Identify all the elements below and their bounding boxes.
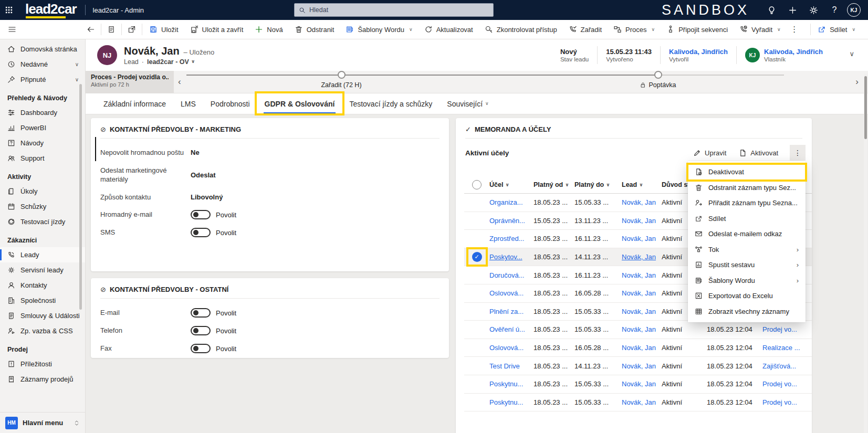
menu-item-share[interactable]: Sdílet [688, 211, 806, 227]
field-value[interactable]: Odeslat [191, 171, 216, 179]
form-notes-button[interactable] [102, 20, 120, 39]
tab-testovac-j-zdy-a-sch-zky[interactable]: Testovací jízdy a schůzky [342, 93, 440, 114]
cell-lead[interactable]: Novák, Jan [622, 198, 662, 206]
app-launcher-waffle-icon[interactable] [0, 0, 18, 20]
edit-button[interactable]: Upravit [688, 146, 731, 160]
process-scroll-right-chevron[interactable]: › [855, 77, 859, 86]
toggle-control[interactable]: Povolit [191, 228, 236, 237]
toggle-switch[interactable] [191, 228, 211, 237]
process-stage-label[interactable]: Zařadit (72 H) [321, 81, 361, 89]
table-row[interactable]: Ověření ú...18.05.23 ...15.05.33 ...Nová… [464, 321, 812, 339]
sidebar-item-guides[interactable]: Návody [0, 135, 85, 151]
cell-ucel[interactable]: Organiza... [489, 198, 534, 206]
sidebar-item-sales-records[interactable]: Záznamy prodejů [0, 372, 85, 387]
table-row[interactable]: Poskytnu...18.05.23 ...15.05.33 ...Novák… [464, 375, 812, 394]
command-check-access[interactable]: Zkontrolovat přístup [479, 20, 563, 39]
cell-lead[interactable]: Novák, Jan [622, 398, 662, 406]
help-button[interactable]: ? [824, 0, 845, 20]
field-value[interactable]: Ne [191, 149, 200, 156]
sidebar-item-support[interactable]: Support [0, 151, 85, 166]
menu-item-word-templates[interactable]: Šablony Wordu› [688, 273, 806, 289]
settings-gear-button[interactable] [803, 0, 824, 20]
menu-item-show-all[interactable]: Zobrazit všechny záznamy [688, 304, 806, 320]
menu-item-deactivate[interactable]: Deaktivovat [688, 164, 806, 180]
brand-logo[interactable]: lead2car [25, 2, 77, 18]
command-word-templates[interactable]: Šablony Wordu∨ [340, 20, 418, 39]
command-enqueue[interactable]: Zařadit [563, 20, 608, 39]
cell-lead[interactable]: Novák, Jan [622, 235, 662, 242]
cell-ucel[interactable]: Poskytnu... [489, 398, 534, 406]
toggle-control[interactable]: Povolit [191, 308, 236, 318]
table-row[interactable]: Oslovová...18.05.23 ...16.05.28 ...Novák… [464, 339, 812, 357]
sidebar-item-feedback[interactable]: Zp. vazba & CSS [0, 323, 85, 339]
command-save-close[interactable]: Uložit a zavřít [184, 20, 249, 39]
sidebar-item-leads[interactable]: Leady [0, 247, 85, 262]
commandbar-overflow-button[interactable]: ⋮ [787, 25, 802, 34]
subgrid-more-commands-button[interactable]: ⋮ [790, 145, 806, 161]
sidebar-item-dashboards[interactable]: Dashboardy [0, 105, 85, 120]
search-input[interactable] [309, 6, 489, 14]
cell-lead[interactable]: Novák, Jan [622, 362, 662, 370]
sidebar-item-recent[interactable]: Nedávné∨ [0, 57, 85, 72]
user-avatar[interactable]: KJ [847, 3, 861, 17]
toggle-switch[interactable] [191, 308, 211, 318]
sidebar-item-powerbi[interactable]: PowerBI [0, 120, 85, 135]
cell-ucel[interactable]: Poskytnu... [489, 380, 534, 388]
cell-ucel[interactable]: Oprávněn... [489, 217, 534, 225]
toggle-switch[interactable] [191, 344, 211, 353]
command-delete[interactable]: Odstranit [289, 20, 340, 39]
cell-ucel[interactable]: Doručová... [489, 271, 534, 279]
row-select-cell[interactable]: ✓ [464, 252, 489, 262]
sidebar-item-contracts[interactable]: Smlouvy & Události [0, 308, 85, 323]
menu-item-delete-record[interactable]: Odstranit záznam typu Sez... [688, 180, 806, 196]
new-record-plus-button[interactable] [782, 0, 803, 20]
tab-gdpr-oslovov-n-[interactable]: GDPR & Oslovování [257, 93, 342, 114]
menu-item-run-report[interactable]: Spustit sestavu› [688, 257, 806, 273]
sidebar-item-home[interactable]: Domovská stránka [0, 41, 85, 57]
cell-lead[interactable]: Novák, Jan [622, 217, 662, 225]
popout-button[interactable] [123, 20, 141, 39]
column-header-4[interactable]: Lead∨ [622, 181, 662, 188]
sidebar-item-service-leads[interactable]: Servisní leady [0, 262, 85, 278]
sidebar-item-contacts[interactable]: Kontakty [0, 278, 85, 293]
toggle-control[interactable]: Povolit [191, 210, 236, 219]
form-selector[interactable]: lead2car - OV∨ [147, 58, 195, 66]
global-search-box[interactable] [294, 3, 494, 17]
back-button[interactable] [82, 20, 100, 39]
toggle-control[interactable]: Povolit [191, 326, 236, 335]
column-header-3[interactable]: Platný do∨ [574, 181, 622, 188]
cell-proces[interactable]: Zajišťová... [762, 362, 812, 370]
select-all-checkbox[interactable] [472, 180, 482, 189]
toggle-switch[interactable] [191, 210, 211, 219]
command-process[interactable]: Proces∨ [608, 20, 661, 39]
command-save[interactable]: Uložit [143, 20, 184, 39]
menu-item-assign-record[interactable]: Přiřadit záznam typu Sezna... [688, 195, 806, 211]
tab-lms[interactable]: LMS [173, 93, 203, 114]
cell-ucel[interactable]: Oslovová... [489, 289, 534, 297]
collapse-header-chevron[interactable]: ∨ [849, 50, 854, 58]
command-new[interactable]: Nová [249, 20, 288, 39]
subgrid-view-title[interactable]: Aktivní účely [465, 149, 509, 157]
main-scrollbar-thumb[interactable] [864, 76, 867, 139]
command-connect-sequence[interactable]: Připojit sekvenci [661, 20, 734, 39]
sidebar-item-companies[interactable]: Společnosti [0, 293, 85, 308]
toggle-switch[interactable] [191, 326, 211, 335]
command-dequeue[interactable]: Vyřadit∨ [734, 20, 787, 39]
cell-proces[interactable]: Realizace ... [762, 344, 812, 352]
cell-ucel[interactable]: Plnění za... [489, 308, 534, 315]
cell-ucel[interactable]: Poskytov... [489, 253, 534, 261]
field-value[interactable]: Libovolný [191, 193, 223, 201]
lightbulb-button[interactable] [761, 0, 782, 20]
tab-souvisej-c-[interactable]: Související∨ [440, 93, 496, 114]
process-stage-dot-zaradit[interactable] [338, 71, 346, 79]
cell-ucel[interactable]: Zprostřed... [489, 235, 534, 242]
app-title[interactable]: lead2car - Admin [93, 6, 144, 14]
menu-item-email-link[interactable]: Odeslat e-mailem odkaz [688, 226, 806, 242]
cell-ucel[interactable]: Oslovová... [489, 344, 534, 352]
share-button[interactable]: Sdílet ∨ [812, 20, 868, 39]
header-field-value[interactable]: Kalivoda, Jindřich [764, 48, 823, 56]
sitemap-toggle-button[interactable] [0, 20, 24, 39]
command-refresh[interactable]: Aktualizovat [419, 20, 479, 39]
cell-ucel[interactable]: Test Drive [489, 362, 534, 370]
cell-ucel[interactable]: Ověření ú... [489, 325, 534, 333]
